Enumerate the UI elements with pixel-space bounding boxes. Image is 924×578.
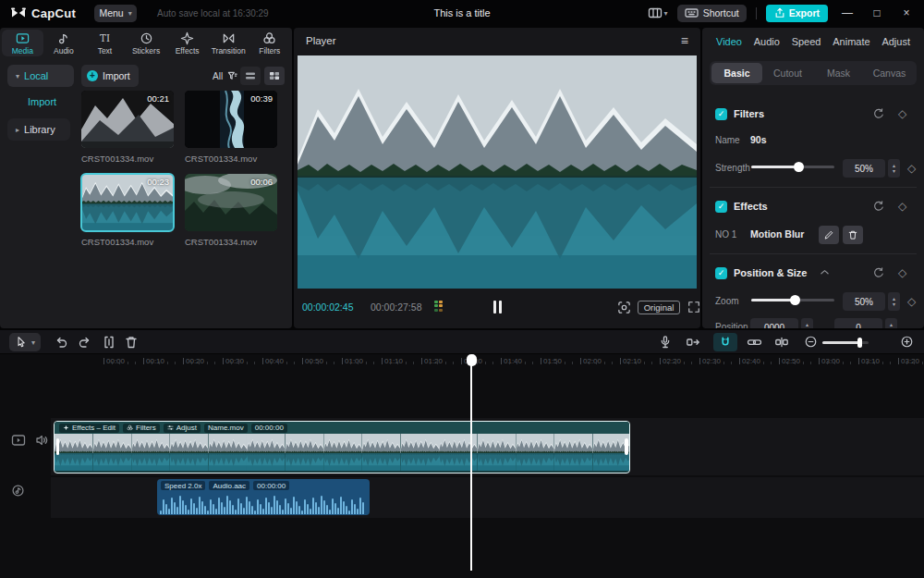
tab-video[interactable]: Video [716, 36, 742, 47]
sidebar-item-local[interactable]: ▾ Local [7, 65, 74, 87]
import-button[interactable]: + Import [81, 65, 139, 87]
preview-axis-button[interactable] [774, 335, 789, 350]
filters-checkbox[interactable]: ✓ [715, 108, 727, 120]
keyframe-diamond-icon[interactable]: ◇ [898, 200, 906, 213]
menu-button[interactable]: Menu ▾ [94, 5, 137, 22]
link-button[interactable] [747, 335, 762, 350]
original-quality-button[interactable]: Original [638, 301, 680, 314]
ruler-minor-tick [271, 362, 272, 364]
ruler-minor-tick [763, 362, 764, 364]
tab-text[interactable]: TI Text [84, 30, 126, 56]
layout-switch-button[interactable]: ▾ [648, 6, 668, 19]
timeline-video-clip[interactable]: Effects – Edit Filters Adjust Name.mov 0… [54, 421, 630, 473]
strength-stepper[interactable]: ▴▾ [888, 159, 900, 178]
hamburger-menu-icon[interactable]: ≡ [681, 33, 688, 48]
tab-stickers[interactable]: Stickers [126, 30, 167, 56]
delete-effect-button[interactable] [843, 226, 863, 244]
tab-transition[interactable]: Transition [208, 30, 249, 56]
reset-icon[interactable] [872, 200, 885, 213]
zoom-in-button[interactable] [900, 335, 914, 349]
shortcut-button[interactable]: Shortcut [677, 5, 747, 22]
maximize-button[interactable]: □ [867, 6, 887, 19]
split-button[interactable] [102, 335, 116, 350]
media-clip-4[interactable]: 00:06 [185, 174, 277, 231]
keyframe-diamond-icon[interactable]: ◇ [898, 107, 906, 120]
timeline-zoom-slider[interactable] [822, 341, 869, 344]
grid-view-toggle[interactable] [264, 67, 285, 85]
track-visibility-icon[interactable] [11, 434, 26, 447]
microphone-button[interactable] [658, 335, 673, 350]
tab-filters[interactable]: Filters [249, 30, 290, 56]
undo-button[interactable] [54, 335, 68, 350]
timeline-audio-clip[interactable]: Speed 2.0x Audio.aac 00:00:00 [157, 479, 370, 515]
export-icon [774, 7, 785, 18]
sidebar-item-library[interactable]: ▸ Library [7, 118, 70, 141]
collapse-chevron-icon[interactable] [821, 269, 829, 275]
tab-animate[interactable]: Animate [833, 36, 869, 47]
zoom-out-button[interactable] [804, 335, 818, 349]
close-button[interactable]: × [896, 6, 917, 19]
zoom-value-box[interactable]: 50% [843, 292, 885, 311]
list-view-toggle[interactable] [240, 67, 261, 85]
position-size-checkbox[interactable]: ✓ [715, 267, 727, 279]
zoom-stepper[interactable]: ▴▾ [888, 292, 900, 311]
subtab-mask[interactable]: Mask [813, 63, 864, 83]
strength-value-box[interactable]: 50% [843, 159, 885, 178]
clip-filmstrip [55, 434, 629, 471]
tab-effects[interactable]: Effects [166, 30, 208, 56]
ruler-minor-tick [112, 362, 113, 364]
tab-adjust[interactable]: Adjust [881, 36, 910, 47]
ruler-minor-tick [596, 362, 597, 364]
tab-media[interactable]: Media [2, 30, 43, 56]
chevron-down-icon: ▾ [31, 338, 35, 347]
sub-tab-bar: Basic Cutout Mask Canvas [710, 61, 917, 85]
keyframe-diamond-icon[interactable]: ◇ [907, 295, 916, 308]
auto-ripple-button[interactable] [686, 335, 700, 350]
subtab-basic[interactable]: Basic [711, 63, 762, 83]
tab-audio-props[interactable]: Audio [754, 36, 780, 47]
snapshot-icon[interactable] [617, 301, 631, 314]
keyframe-diamond-icon[interactable]: ◇ [898, 266, 906, 279]
magnetic-snap-button[interactable] [713, 333, 737, 351]
minimize-button[interactable]: — [837, 6, 857, 19]
playhead-handle[interactable] [467, 354, 477, 366]
ruler-minor-tick [572, 362, 573, 364]
export-button[interactable]: Export [766, 5, 828, 22]
subtab-canvas[interactable]: Canvas [864, 63, 915, 83]
keyframe-diamond-icon[interactable]: ◇ [907, 162, 916, 175]
position-size-section-header: ✓ Position & Size ◇ [702, 266, 924, 281]
video-preview[interactable] [298, 55, 697, 289]
subtab-cutout[interactable]: Cutout [762, 63, 813, 83]
position-x-box[interactable]: 0000 [750, 318, 798, 328]
filter-all-button[interactable]: All [207, 67, 243, 85]
select-tool-button[interactable]: ▾ [9, 333, 41, 351]
tab-audio[interactable]: Audio [43, 30, 85, 56]
tab-speed[interactable]: Speed [792, 36, 821, 47]
position-y-box[interactable]: 0 [834, 318, 882, 328]
zoom-slider[interactable] [751, 294, 834, 305]
strength-label: Strength [715, 163, 750, 173]
pause-button[interactable] [490, 301, 505, 314]
playhead-line[interactable] [470, 355, 472, 571]
effects-checkbox[interactable]: ✓ [715, 201, 727, 213]
sidebar-item-import[interactable]: Import [28, 96, 56, 107]
audio-track-icon[interactable] [11, 484, 25, 498]
reset-icon[interactable] [872, 107, 885, 120]
redo-button[interactable] [78, 335, 92, 350]
fullscreen-icon[interactable] [687, 301, 700, 314]
media-clip-2[interactable]: 00:39 [185, 91, 277, 148]
ruler-minor-tick [430, 362, 431, 364]
reset-icon[interactable] [872, 266, 885, 279]
track-mute-icon[interactable] [35, 434, 50, 447]
filters-icon [127, 424, 133, 431]
position-y-stepper[interactable]: ▴▾ [885, 318, 897, 328]
strength-slider[interactable] [751, 161, 834, 172]
edit-effect-button[interactable] [819, 226, 839, 244]
ruler-minor-tick [485, 362, 486, 364]
timeline-ruler[interactable]: 00:0000:1000:2000:3000:4000:5001:0001:10… [0, 354, 924, 369]
media-clip-1[interactable]: 00:21 [81, 91, 174, 148]
delete-button[interactable] [124, 335, 139, 350]
ruler-minor-tick [318, 362, 319, 364]
position-x-stepper[interactable]: ▴▾ [801, 318, 813, 328]
media-clip-3-selected[interactable]: 00:23 [81, 174, 174, 231]
